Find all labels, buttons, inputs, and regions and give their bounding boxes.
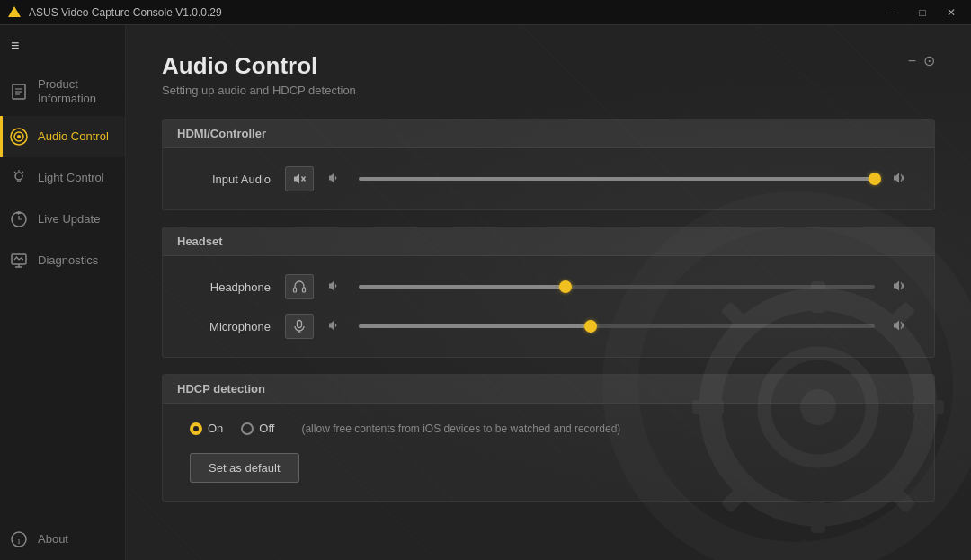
active-indicator	[0, 116, 3, 157]
app-layout: ≡ Product Information	[0, 25, 971, 560]
sidebar-item-label: About	[38, 532, 68, 547]
minimize-button[interactable]: ─	[881, 4, 906, 22]
hdcp-off-option[interactable]: Off	[241, 422, 274, 435]
microphone-volume-max-icon	[893, 318, 907, 335]
svg-line-11	[14, 172, 16, 173]
collapse-icon[interactable]: −	[908, 53, 916, 69]
audio-control-icon	[9, 127, 29, 147]
diagnostics-icon	[9, 251, 29, 271]
sidebar: ≡ Product Information	[0, 25, 126, 560]
input-audio-mute-button[interactable]	[285, 166, 314, 191]
hdcp-off-label: Off	[259, 422, 274, 435]
sidebar-item-light-control[interactable]: Light Control	[0, 157, 125, 199]
hamburger-icon: ≡	[11, 38, 19, 53]
sidebar-item-label: Diagnostics	[38, 253, 98, 268]
sidebar-item-live-update[interactable]: Live Update	[0, 199, 125, 240]
svg-rect-23	[811, 502, 825, 533]
headphone-fill	[359, 285, 566, 289]
microphone-slider[interactable]	[359, 324, 875, 328]
svg-rect-33	[303, 288, 306, 292]
menu-icon[interactable]: ≡	[0, 25, 125, 67]
input-audio-slider[interactable]	[359, 177, 875, 181]
hdcp-on-option[interactable]: On	[190, 422, 223, 435]
headphone-volume-min-icon	[328, 280, 341, 295]
dropdown-icon[interactable]: ⊙	[923, 52, 935, 69]
microphone-icon-button[interactable]	[285, 314, 314, 339]
sidebar-item-label: Audio Control	[38, 129, 109, 144]
header-controls: − ⊙	[908, 52, 935, 69]
volume-max-icon	[893, 171, 907, 188]
svg-text:i: i	[17, 535, 20, 546]
about-icon: i	[9, 529, 29, 549]
hdcp-section: HDCP detection On Off (allow free conten…	[162, 374, 935, 502]
microphone-thumb[interactable]	[584, 320, 597, 333]
input-audio-fill	[359, 177, 875, 181]
microphone-row: Microphone	[190, 314, 907, 339]
light-control-icon	[9, 168, 29, 188]
headset-section: Headset Headphone	[162, 227, 935, 358]
close-button[interactable]: ✕	[939, 4, 964, 22]
maximize-button[interactable]: □	[910, 4, 935, 22]
volume-min-icon	[328, 172, 341, 187]
page-title-area: Audio Control Setting up audio and HDCP …	[162, 52, 356, 97]
headphone-row: Headphone	[190, 274, 907, 299]
microphone-volume-min-icon	[328, 319, 341, 334]
hdcp-row: On Off (allow free contents from iOS dev…	[190, 422, 907, 435]
hdmi-controller-section: HDMI/Controller Input Audio	[162, 119, 935, 210]
main-content: Audio Control Setting up audio and HDCP …	[126, 25, 971, 560]
hdcp-on-label: On	[208, 422, 223, 435]
hdcp-off-radio[interactable]	[241, 422, 254, 435]
svg-rect-32	[294, 288, 297, 292]
headphone-icon-button[interactable]	[285, 274, 314, 299]
headset-header: Headset	[163, 227, 934, 256]
title-bar-controls: ─ □ ✕	[881, 4, 964, 22]
page-subtitle: Setting up audio and HDCP detection	[162, 84, 356, 97]
sidebar-item-label: Live Update	[38, 212, 100, 227]
headphone-volume-max-icon	[893, 279, 907, 296]
sidebar-item-label: Product Information	[38, 77, 116, 105]
headphone-label: Headphone	[190, 280, 271, 294]
svg-marker-0	[8, 6, 21, 17]
sidebar-item-product-information[interactable]: Product Information	[0, 67, 125, 116]
svg-rect-34	[298, 321, 302, 328]
microphone-fill	[359, 324, 591, 328]
live-update-icon	[9, 209, 29, 229]
svg-line-10	[22, 172, 24, 173]
title-bar: ASUS Video Capture Console V1.0.0.29 ─ □…	[0, 0, 971, 25]
title-bar-left: ASUS Video Capture Console V1.0.0.29	[7, 5, 222, 20]
set-default-button[interactable]: Set as default	[190, 453, 299, 483]
product-information-icon	[9, 82, 29, 102]
sidebar-item-diagnostics[interactable]: Diagnostics	[0, 240, 125, 281]
sidebar-item-about[interactable]: i About	[0, 519, 125, 560]
hdmi-controller-body: Input Audio	[163, 148, 934, 209]
headphone-slider[interactable]	[359, 285, 875, 289]
sidebar-item-audio-control[interactable]: Audio Control	[0, 116, 125, 157]
hdcp-note: (allow free contents from iOS devices to…	[301, 422, 620, 435]
app-logo-icon	[7, 5, 22, 20]
page-header: Audio Control Setting up audio and HDCP …	[162, 52, 935, 97]
svg-point-7	[17, 135, 21, 138]
hdcp-header: HDCP detection	[163, 375, 934, 404]
input-audio-label: Input Audio	[190, 173, 271, 186]
hdmi-controller-header: HDMI/Controller	[163, 120, 934, 148]
hdcp-body: On Off (allow free contents from iOS dev…	[163, 404, 934, 501]
headphone-thumb[interactable]	[559, 280, 572, 293]
hdcp-on-radio[interactable]	[190, 422, 202, 435]
input-audio-row: Input Audio	[190, 166, 907, 191]
app-title: ASUS Video Capture Console V1.0.0.29	[29, 6, 222, 19]
headset-body: Headphone	[163, 256, 934, 357]
sidebar-item-label: Light Control	[38, 171, 104, 185]
svg-point-8	[15, 173, 22, 180]
microphone-label: Microphone	[190, 320, 271, 333]
input-audio-thumb[interactable]	[869, 173, 881, 185]
sidebar-spacer	[0, 281, 125, 519]
page-title: Audio Control	[162, 52, 356, 80]
